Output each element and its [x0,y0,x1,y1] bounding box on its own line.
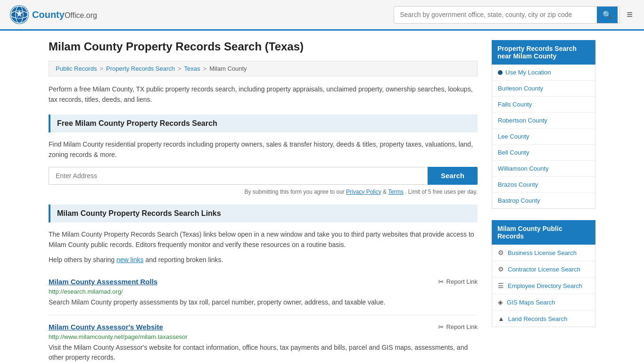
record-item: Milam County Assessor's Website ✂ Report… [49,315,478,362]
sidebar-link-brazos[interactable]: Brazos County [492,177,595,193]
gis-maps-link[interactable]: ◈ GIS Maps Search [492,294,595,311]
business-license-link[interactable]: ⚙ Business License Search [492,245,595,261]
form-note-suffix: . Limit of 5 free uses per day. [405,189,478,195]
sidebar: Property Records Search near Milam Count… [492,40,595,362]
report-link-button[interactable]: ✂ Report Link [438,278,478,286]
breadcrumb-sep-1: > [99,65,103,72]
help-suffix: and reporting broken links. [145,256,223,263]
new-links-link[interactable]: new links [116,256,144,263]
logo-text: CountyOffice.org [32,9,97,20]
contractor-license-label: Contractor License Search [508,266,580,273]
employee-directory-icon: ☰ [498,282,504,289]
nearby-links: Use My Location Burleson County Falls Co… [492,65,595,209]
breadcrumb-sep-3: > [203,65,207,72]
use-location-link[interactable]: Use My Location [492,65,595,81]
global-search-input[interactable] [394,7,597,22]
record-item-header: Milam County Assessor's Website ✂ Report… [49,323,478,331]
location-dot-icon [498,70,503,75]
breadcrumb-sep-2: > [178,65,182,72]
help-prefix: Help others by sharing [49,256,115,263]
nearby-section: Property Records Search near Milam Count… [492,40,595,209]
contractor-license-link[interactable]: ⚙ Contractor License Search [492,261,595,278]
record-url: http://www.milamcounty.net/page/milam.ta… [49,333,478,340]
global-search-button[interactable]: 🔍 [597,7,618,23]
links-section-header: Milam County Property Records Search Lin… [49,205,478,222]
breadcrumb-texas[interactable]: Texas [184,65,200,72]
breadcrumb-milam: Milam County [209,65,247,72]
privacy-policy-link[interactable]: Privacy Policy [346,189,381,195]
page-title: Milam County Property Records Search (Te… [49,40,478,53]
report-icon: ✂ [438,278,444,286]
main-content: Milam County Property Records Search (Te… [49,40,478,362]
report-label: Report Link [446,278,478,285]
public-records-section: Milam County Public Records ⚙ Business L… [492,220,595,327]
land-records-label: Land Records Search [508,315,568,322]
nearby-header: Property Records Search near Milam Count… [492,40,595,65]
sidebar-link-falls[interactable]: Falls County [492,97,595,113]
help-text: Help others by sharing new links and rep… [49,255,478,265]
report-label: Report Link [446,323,478,330]
form-note: By submitting this form you agree to our… [49,189,478,195]
address-search-button[interactable]: Search [428,167,478,185]
report-icon: ✂ [438,323,444,331]
report-link-button[interactable]: ✂ Report Link [438,323,478,331]
public-records-links: ⚙ Business License Search ⚙ Contractor L… [492,245,595,327]
public-records-header: Milam County Public Records [492,220,595,245]
header-right: 🔍 ≡ [394,6,635,24]
page-description: Perform a free Milam County, TX public p… [49,84,478,105]
sidebar-link-burleson[interactable]: Burleson County [492,81,595,97]
use-location-label: Use My Location [505,69,551,76]
contractor-license-icon: ⚙ [498,265,504,273]
record-title-link[interactable]: Milam County Assessor's Website [49,323,163,331]
address-form: Search [49,167,478,185]
record-item: Milam County Assessment Rolls ✂ Report L… [49,270,478,315]
sidebar-link-bell[interactable]: Bell County [492,145,595,161]
form-note-and: & [383,189,388,195]
address-section-description: Find Milam County residential property r… [49,139,478,160]
sidebar-link-bastrop[interactable]: Bastrop County [492,193,595,208]
main-layout: Milam County Property Records Search (Te… [39,31,605,362]
address-section-header: Free Milam County Property Records Searc… [49,115,478,132]
address-input[interactable] [49,167,428,185]
breadcrumb-property-records[interactable]: Property Records Search [106,65,175,72]
business-license-icon: ⚙ [498,249,504,256]
gis-maps-icon: ◈ [498,298,503,306]
logo[interactable]: CountyOffice.org [9,5,97,25]
gis-maps-label: GIS Maps Search [507,299,555,306]
land-records-link[interactable]: ▲ Land Records Search [492,311,595,327]
record-url: http://esearch.milamad.org/ [49,288,478,295]
record-item-header: Milam County Assessment Rolls ✂ Report L… [49,278,478,286]
links-section: Milam County Property Records Search Lin… [49,205,478,362]
sidebar-link-williamson[interactable]: Williamson County [492,161,595,177]
record-title-link[interactable]: Milam County Assessment Rolls [49,278,157,286]
hamburger-menu-icon[interactable]: ≡ [625,7,635,23]
form-note-prefix: By submitting this form you agree to our [245,189,345,195]
business-license-label: Business License Search [508,249,577,256]
record-description: Visit the Milam County Assessor's websit… [49,343,478,362]
terms-link[interactable]: Terms [388,189,404,195]
search-icon: 🔍 [603,11,612,19]
land-records-icon: ▲ [498,315,504,322]
address-search-section: Free Milam County Property Records Searc… [49,115,478,195]
breadcrumb: Public Records > Property Records Search… [49,61,478,76]
breadcrumb-public-records[interactable]: Public Records [56,65,97,72]
links-description: The Milam County Property Records Search… [49,229,478,250]
employee-directory-label: Employee Directory Search [508,282,582,289]
sidebar-link-robertson[interactable]: Robertson County [492,113,595,129]
logo-icon [9,5,29,25]
global-search-bar: 🔍 [394,6,620,24]
sidebar-link-lee[interactable]: Lee County [492,129,595,145]
site-header: CountyOffice.org 🔍 ≡ [0,0,644,31]
employee-directory-link[interactable]: ☰ Employee Directory Search [492,278,595,294]
record-description: Search Milam County property assessments… [49,297,478,307]
